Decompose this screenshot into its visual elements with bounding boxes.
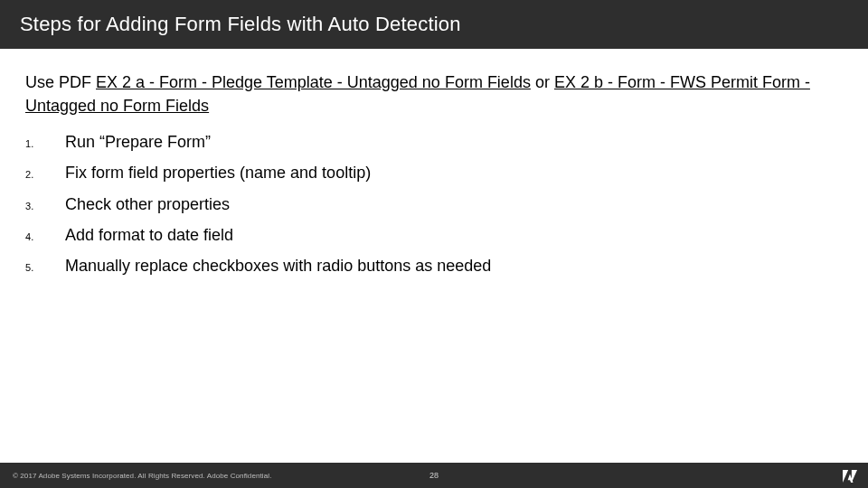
content-area: Use PDF EX 2 a - Form - Pledge Template … [0,49,868,281]
footer-bar: © 2017 Adobe Systems Incorporated. All R… [0,463,868,488]
intro-mid: or [531,73,554,91]
step-text: Fix form field properties (name and tool… [65,157,371,188]
adobe-logo-icon [841,466,859,484]
step-text: Check other properties [65,189,230,220]
slide-title: Steps for Adding Form Fields with Auto D… [20,13,461,35]
link-ex2a[interactable]: EX 2 a - Form - Pledge Template - Untagg… [96,73,531,91]
step-text: Manually replace checkboxes with radio b… [65,250,491,281]
list-item: Check other properties [25,189,843,220]
list-item: Manually replace checkboxes with radio b… [25,250,843,281]
copyright-text: © 2017 Adobe Systems Incorporated. All R… [0,472,271,480]
title-bar: Steps for Adding Form Fields with Auto D… [0,0,868,49]
step-text: Run “Prepare Form” [65,127,211,157]
steps-list: Run “Prepare Form” Fix form field proper… [25,127,843,281]
intro-prefix: Use PDF [25,73,96,91]
list-item: Add format to date field [25,220,843,250]
list-item: Run “Prepare Form” [25,127,843,157]
slide: Steps for Adding Form Fields with Auto D… [0,0,868,488]
intro-paragraph: Use PDF EX 2 a - Form - Pledge Template … [25,70,843,117]
list-item: Fix form field properties (name and tool… [25,157,843,188]
step-text: Add format to date field [65,220,233,250]
page-number: 28 [429,471,439,480]
